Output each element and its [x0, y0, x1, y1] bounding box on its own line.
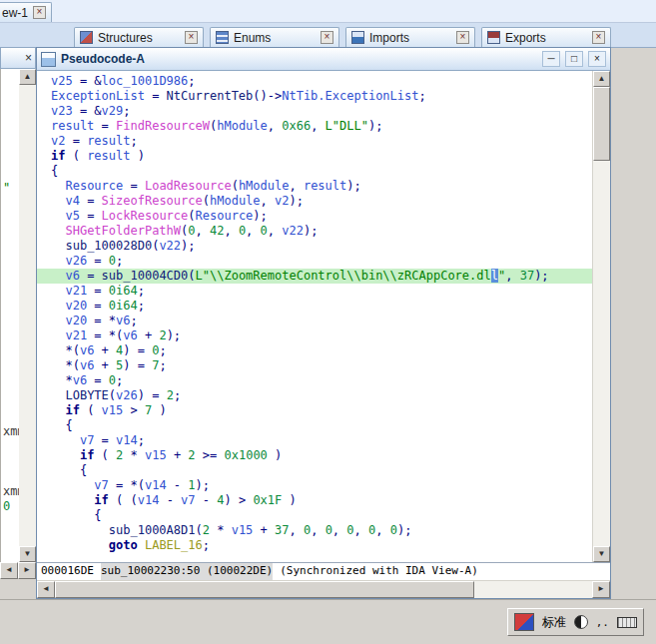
ime-keyboard-icon[interactable] [614, 612, 640, 632]
vertical-scroll-thumb[interactable] [593, 87, 610, 161]
code-token[interactable]: v2 [275, 194, 289, 208]
code-token[interactable]: 0x1F [253, 493, 282, 507]
code-line[interactable]: { [37, 508, 592, 523]
code-line[interactable]: if ( 2 * v15 + 2 >= 0x1000 ) [37, 448, 592, 463]
code-token[interactable] [51, 239, 65, 253]
code-token[interactable]: ( [196, 523, 203, 537]
code-line[interactable]: v5 = LockResource(Resource); [37, 209, 592, 224]
code-token[interactable] [51, 284, 65, 298]
code-token[interactable]: , [375, 523, 389, 537]
code-token[interactable]: , [311, 523, 325, 537]
code-token[interactable]: loc_1001D986 [102, 74, 189, 88]
code-token[interactable] [51, 224, 65, 238]
code-token[interactable]: ) [131, 149, 145, 163]
code-line[interactable]: *(v6 + 4) = 0; [37, 343, 592, 358]
code-token[interactable]: 0 [188, 224, 195, 238]
code-line[interactable]: v23 = &v29; [37, 104, 592, 119]
code-token[interactable]: 2 [167, 388, 174, 402]
code-line[interactable]: goto LABEL_16; [37, 538, 592, 553]
code-token[interactable] [51, 179, 65, 193]
code-token[interactable]: v20 [65, 314, 87, 327]
code-token[interactable]: if [65, 403, 79, 417]
code-token[interactable] [51, 299, 65, 313]
code-token[interactable]: ; [174, 388, 181, 402]
code-token[interactable] [51, 478, 94, 492]
code-line[interactable]: v21 = *(v6 + 2); [37, 328, 592, 343]
code-token[interactable]: ) = [138, 388, 167, 402]
tab-structures[interactable]: Structures× [74, 27, 204, 47]
code-token[interactable]: , [332, 523, 346, 537]
code-token[interactable]: ; [131, 314, 138, 327]
code-token[interactable]: ( [188, 269, 195, 283]
code-token[interactable] [51, 493, 94, 507]
code-token[interactable]: ); [534, 269, 548, 283]
code-token[interactable]: 0 [390, 523, 397, 537]
code-token[interactable]: ) [152, 403, 166, 417]
scroll-up-icon[interactable]: ▲ [593, 71, 610, 87]
code-token[interactable]: ( [94, 448, 116, 462]
code-token[interactable]: v4 [65, 194, 79, 208]
ime-fullwidth-icon[interactable] [571, 612, 591, 632]
code-token[interactable]: , [311, 119, 325, 133]
code-token[interactable]: = [80, 269, 102, 283]
vertical-scroll-track[interactable] [593, 87, 610, 546]
code-token[interactable]: , [354, 523, 368, 537]
code-token[interactable]: = [145, 89, 167, 103]
code-token[interactable]: , [246, 224, 260, 238]
code-token[interactable]: v6 [73, 373, 87, 387]
code-token[interactable]: > [123, 403, 145, 417]
code-token[interactable]: *( [51, 343, 80, 357]
code-token[interactable]: L"DLL" [326, 119, 368, 133]
code-token[interactable]: ()-> [253, 89, 282, 103]
code-token[interactable]: = [65, 134, 87, 148]
code-token[interactable]: ( [65, 149, 87, 163]
code-token[interactable] [138, 538, 145, 552]
code-line[interactable]: v2 = result; [37, 134, 592, 149]
ime-mode-label[interactable]: 标准 [539, 612, 569, 632]
code-token[interactable]: v22 [282, 224, 304, 238]
code-token[interactable]: v20 [65, 299, 87, 313]
code-token[interactable]: ); [368, 119, 382, 133]
code-token[interactable]: = [123, 179, 145, 193]
code-token[interactable]: ) = [123, 343, 152, 357]
code-token[interactable]: { [51, 508, 102, 522]
code-token[interactable]: + [167, 448, 189, 462]
tab-close-icon[interactable]: × [185, 31, 198, 44]
code-line[interactable]: v7 = *(v14 - 1); [37, 478, 592, 493]
code-token[interactable]: ; [188, 74, 195, 88]
code-token[interactable]: if [80, 448, 94, 462]
code-token[interactable] [51, 388, 65, 402]
maximize-button[interactable]: □ [565, 51, 583, 67]
code-token[interactable]: v2 [51, 134, 65, 148]
code-token[interactable]: hModule [239, 179, 290, 193]
code-line[interactable]: { [37, 463, 592, 478]
code-token[interactable] [51, 433, 80, 447]
code-line[interactable]: v4 = SizeofResource(hModule, v2); [37, 194, 592, 209]
code-token[interactable]: 0 [109, 254, 116, 268]
code-token[interactable]: * [51, 373, 73, 387]
code-token[interactable] [51, 448, 80, 462]
code-line[interactable]: SHGetFolderPathW(0, 42, 0, 0, v22); [37, 224, 592, 239]
code-token[interactable] [51, 403, 65, 417]
code-line[interactable]: Resource = LoadResource(hModule, result)… [37, 179, 592, 194]
code-token[interactable] [51, 194, 65, 208]
code-token[interactable]: 37 [520, 269, 534, 283]
code-token[interactable]: 0i64 [109, 284, 138, 298]
code-token[interactable]: ); [304, 224, 318, 238]
code-token[interactable]: ; [159, 343, 166, 357]
code-line[interactable]: *v6 = 0; [37, 373, 592, 388]
code-token[interactable]: = [94, 119, 116, 133]
ime-logo-icon[interactable] [511, 612, 537, 632]
code-token[interactable]: ) = [123, 358, 152, 372]
code-token[interactable]: 0 [109, 373, 116, 387]
code-token[interactable]: = *( [109, 478, 145, 492]
code-token[interactable]: v26 [116, 388, 138, 402]
code-token[interactable]: Resource [196, 209, 254, 223]
code-token[interactable]: 0 [261, 224, 268, 238]
code-token[interactable]: ); [346, 179, 360, 193]
code-token[interactable]: result [51, 119, 94, 133]
code-token[interactable]: sub_1000A8D1 [109, 523, 196, 537]
left-panel-titlebar[interactable]: × [0, 47, 36, 69]
code-token[interactable]: v21 [65, 284, 87, 298]
code-token[interactable]: - [159, 493, 181, 507]
